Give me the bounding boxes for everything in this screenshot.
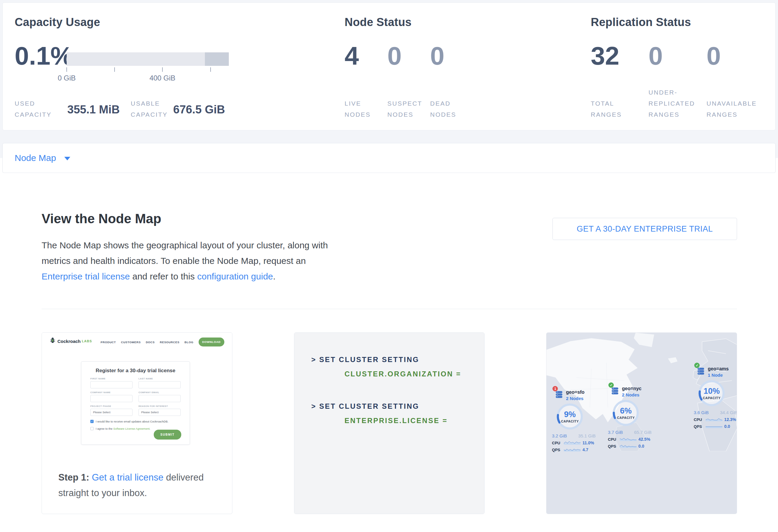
used-capacity: 3.2 GiB xyxy=(552,433,567,438)
map-node-nyc[interactable]: ✓ geo=nyc 2 Nodes xyxy=(608,386,656,449)
total-ranges-value: 32 xyxy=(591,43,619,69)
intro-paragraph: The Node Map shows the geographical layo… xyxy=(42,238,330,284)
locality-name: geo=nyc xyxy=(622,386,641,391)
node-map-dropdown[interactable]: Node Map xyxy=(15,153,56,163)
step1-card: Cockroach LABS PRODUCT CUSTOMERS DOCS RE… xyxy=(42,332,232,514)
capacity-bar-used-segment xyxy=(205,52,229,66)
used-capacity-value: 355.1 MiB xyxy=(67,103,120,116)
under-replicated-ranges-label: UNDER- REPLICATED RANGES xyxy=(648,87,695,120)
summary-section: Capacity Usage 0.1% 0 GiB 400 GiB USED C… xyxy=(0,0,778,143)
capacity-bar xyxy=(67,52,229,66)
step3-card: 1 geo=sfo 2 Nodes xyxy=(546,332,737,514)
capacity-arc: 6% CAPACITY xyxy=(611,398,640,427)
replication-status-title: Replication Status xyxy=(591,16,691,29)
software-license-agreement-link: Software License Agreement. xyxy=(113,427,150,430)
node-status-title: Node Status xyxy=(344,16,411,29)
get-trial-license-link[interactable]: Get a trial license xyxy=(92,472,164,483)
cpu-sparkline xyxy=(620,437,636,442)
capacity-arc: 9% CAPACITY xyxy=(555,402,584,431)
database-icon xyxy=(611,387,619,395)
used-capacity-label: USED CAPACITY xyxy=(15,98,52,120)
qps-row: QPS 0.0 xyxy=(608,444,654,449)
step1-text: Step 1: Get a trial license delivered st… xyxy=(42,451,232,501)
trial-registration-form: Register for a 30-day trial license FIRS… xyxy=(81,362,190,445)
map-node-sfo[interactable]: 1 geo=sfo 2 Nodes xyxy=(552,390,600,452)
node-count: 1 Node xyxy=(708,373,729,378)
suspect-nodes-label: SUSPECT NODES xyxy=(387,98,422,120)
chevron-down-icon[interactable] xyxy=(64,157,70,160)
cpu-sparkline xyxy=(564,441,580,445)
node-map-enablement-section: View the Node Map The Node Map shows the… xyxy=(0,173,778,514)
unavailable-ranges-value: 0 xyxy=(706,43,721,69)
first-name-field: FIRST NAME xyxy=(90,377,133,388)
axis-tick-label: 400 GiB xyxy=(139,74,186,82)
nav-item: DOCS xyxy=(146,340,155,344)
dead-nodes-value: 0 xyxy=(430,43,445,69)
total-ranges-label: TOTAL RANGES xyxy=(591,98,622,120)
nav-item: PRODUCT xyxy=(100,340,116,344)
nav-item: BLOG xyxy=(184,340,193,344)
used-capacity: 3.6 GiB xyxy=(694,410,709,415)
capacity-percent: 10% xyxy=(697,387,726,396)
cockroach-logo-icon xyxy=(50,337,56,345)
node-count: 2 Nodes xyxy=(566,396,585,401)
total-capacity: 34.4 GiB xyxy=(720,410,737,415)
capacity-label: CAPACITY xyxy=(611,416,640,420)
node-map-preview: 1 geo=sfo 2 Nodes xyxy=(546,333,737,514)
node-count: 2 Nodes xyxy=(622,392,641,397)
axis-tick xyxy=(210,67,211,72)
sql-commands-panel: > SET CLUSTER SETTING CLUSTER.ORGANIZATI… xyxy=(294,333,484,514)
usable-capacity-label: USABLE CAPACITY xyxy=(131,98,167,120)
qps-row: QPS 4.7 xyxy=(552,447,599,452)
map-node-ams[interactable]: ✓ geo=ams 1 Node xyxy=(694,366,737,429)
axis-tick-label: 0 GiB xyxy=(43,74,91,82)
qps-sparkline xyxy=(620,444,636,449)
trial-site-screenshot: Cockroach LABS PRODUCT CUSTOMERS DOCS RE… xyxy=(42,333,232,451)
get-enterprise-trial-button[interactable]: GET A 30-DAY ENTERPRISE TRIAL xyxy=(552,218,737,240)
step2-text: Step 2: Activate the trial license with … xyxy=(294,514,484,514)
company-name-field: COMPANY NAME xyxy=(90,391,133,402)
cpu-row: CPU 11.0% xyxy=(552,441,599,445)
view-selector-bar: Node Map xyxy=(2,143,776,173)
cluster-overview-page: Capacity Usage 0.1% 0 GiB 400 GiB USED C… xyxy=(0,0,778,532)
database-icon xyxy=(555,390,563,398)
enterprise-trial-license-link[interactable]: Enterprise trial license xyxy=(42,272,130,281)
sql-line: ENTERPRISE.LICENSE = xyxy=(344,416,448,425)
qps-sparkline xyxy=(706,424,722,429)
cpu-row: CPU 12.3% xyxy=(694,417,737,422)
total-capacity: 65.7 GiB xyxy=(634,430,651,435)
total-capacity: 35.1 GiB xyxy=(578,433,596,438)
axis-tick xyxy=(162,67,163,72)
suspect-nodes-value: 0 xyxy=(387,43,402,69)
view-selector-wrap: Node Map xyxy=(0,143,778,173)
live-nodes-label: LIVE NODES xyxy=(344,98,371,120)
qps-row: QPS 0.0 xyxy=(694,424,737,429)
company-email-field: COMPANY EMAIL xyxy=(139,391,181,402)
divider xyxy=(42,309,737,309)
capacity-label: CAPACITY xyxy=(555,420,584,423)
summary-card: Capacity Usage 0.1% 0 GiB 400 GiB USED C… xyxy=(2,2,776,131)
axis-tick xyxy=(66,67,67,72)
last-name-field: LAST NAME xyxy=(139,377,181,388)
capacity-usage-title: Capacity Usage xyxy=(15,16,100,29)
configuration-guide-link[interactable]: configuration guide xyxy=(197,272,273,281)
steps-row: Cockroach LABS PRODUCT CUSTOMERS DOCS RE… xyxy=(42,332,737,514)
sql-line: CLUSTER.ORGANIZATION = xyxy=(344,370,461,378)
capacity-percent: 0.1% xyxy=(15,43,73,69)
download-button: DOWNLOAD xyxy=(199,337,224,347)
step3-text: Step 3: Follow this guide to configure l… xyxy=(546,514,737,514)
sql-line: > SET CLUSTER SETTING xyxy=(311,356,419,364)
project-phase-select: PROJECT PHASEPlease Select xyxy=(90,405,133,416)
cpu-row: CPU 42.5% xyxy=(608,437,654,442)
submit-button: SUBMIT xyxy=(154,430,181,440)
live-nodes-value: 4 xyxy=(344,43,359,69)
cpu-sparkline xyxy=(706,417,722,422)
usable-capacity-value: 676.5 GiB xyxy=(173,103,225,116)
sql-line: > SET CLUSTER SETTING xyxy=(311,402,419,410)
capacity-percent: 9% xyxy=(555,410,584,419)
qps-sparkline xyxy=(564,447,580,452)
checkbox-unchecked-icon xyxy=(90,427,94,430)
database-icon xyxy=(697,367,705,375)
under-replicated-ranges-value: 0 xyxy=(648,43,663,69)
dead-nodes-label: DEAD NODES xyxy=(430,98,456,120)
